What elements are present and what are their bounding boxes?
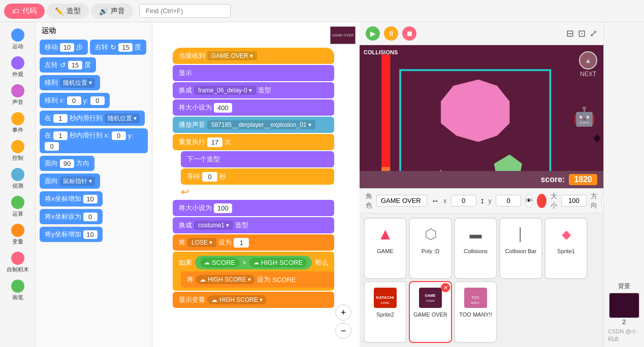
sidebar-item-motion[interactable]: 运动 — [3, 26, 33, 52]
block-set-highscore[interactable]: 将 ☁ HIGH SCORE ▾ 设为 SCORE — [181, 271, 334, 288]
block-goto-y[interactable]: 0 — [90, 96, 105, 105]
block-glide-dropdown[interactable]: 随机位置 ▾ — [105, 114, 140, 123]
sprite-item-sprite1[interactable]: ◆ Sprite1 — [544, 218, 588, 280]
block-move-text: 移动 — [45, 43, 58, 52]
block-add-y-text: 将y坐标增加 — [45, 230, 81, 239]
sprite-name-field[interactable] — [376, 195, 427, 206]
block-glide-y[interactable]: 0 — [45, 142, 59, 151]
sidebar-item-variables[interactable]: 变量 — [3, 222, 33, 248]
sprite-item-gameover[interactable]: ✕ GAME OVER GAME OVER — [409, 281, 452, 343]
sidebar-item-events[interactable]: 事件 — [3, 110, 33, 136]
block-left-val[interactable]: 15 — [68, 61, 82, 70]
sprite-info-bar: 角色 ↔ x ↕ y 👁 🚫 大小 方向 — [360, 188, 603, 214]
sprite-item-sprite2[interactable]: KATACHI GAME Sprite2 — [364, 281, 407, 343]
block-move[interactable]: 移动 10 步 — [40, 40, 88, 55]
block-goto-x[interactable]: 0 — [67, 96, 81, 105]
stage-layout-btn2[interactable]: ⊡ — [578, 28, 586, 39]
set-size-100-val[interactable]: 100 — [214, 203, 232, 213]
block-wait[interactable]: 等待 0 秒 — [181, 168, 334, 185]
sprite-item-collision-bar[interactable]: │ Collision Bar — [499, 218, 542, 280]
when-receive-val[interactable]: GAME OVER ▾ — [207, 51, 257, 60]
hs-var-dropdown[interactable]: ☁ HIGH SCORE ▾ — [196, 275, 255, 284]
robot-sprite: 🤖 — [573, 106, 596, 127]
set-lose-val[interactable]: 1 — [234, 238, 249, 248]
sidebar-label-sound: 声音 — [12, 98, 23, 106]
green-flag-button[interactable]: ▶ — [366, 26, 380, 41]
hide-sprite-btn[interactable]: 🚫 — [537, 194, 546, 208]
block-left-turn[interactable]: 左转 ↺ 15 度 — [40, 57, 96, 73]
block-glide-val[interactable]: 1 — [53, 114, 68, 123]
sidebar-item-control[interactable]: 控制 — [3, 138, 33, 164]
block-repeat[interactable]: 重复执行 17 次 — [173, 134, 334, 150]
set-lose-var[interactable]: LOSE ▾ — [187, 238, 216, 247]
block-goto-dropdown[interactable]: 随机位置 ▾ — [60, 78, 95, 88]
wait-val[interactable]: 0 — [202, 172, 217, 182]
tab-code[interactable]: 🏷 代码 — [4, 4, 45, 19]
block-add-x[interactable]: 将x坐标增加 10 — [40, 191, 103, 206]
tab-shape[interactable]: ✏️ 造型 — [47, 4, 89, 19]
block-if-score[interactable]: 如果 ☁ SCORE > ☁ HIGH SCORE 那么 — [173, 252, 334, 291]
sprite-size-field[interactable] — [561, 195, 587, 206]
block-goto-xy[interactable]: 移到 x: 0 y: 0 — [40, 93, 110, 108]
block-when-receive[interactable]: 当接收到 GAME OVER ▾ — [173, 48, 334, 64]
block-face-val[interactable]: 90 — [60, 159, 74, 168]
switch-costume-val[interactable]: frame_06_delay-0 ▾ — [194, 86, 256, 95]
sidebar-item-sound[interactable]: 声音 — [3, 82, 33, 108]
zoom-in-button[interactable]: + — [335, 304, 351, 321]
backdrop-thumb[interactable] — [609, 293, 639, 318]
block-show-var[interactable]: 显示变量 ☁ HIGH SCORE ▾ — [173, 292, 334, 308]
stop-button[interactable]: ⏹ — [402, 26, 416, 41]
block-next-costume[interactable]: 下一个造型 — [181, 151, 334, 167]
block-play-sound[interactable]: 播放声音 587185__derplayer__explosion_01 ▾ — [173, 117, 334, 133]
block-add-y-val[interactable]: 10 — [83, 230, 98, 239]
sprite-item-collisions[interactable]: ▬ Collisions — [454, 218, 497, 280]
block-switch-costume1[interactable]: 换成 costume1 ▾ 造型 — [173, 217, 334, 233]
tab-sound[interactable]: 🔊 声音 — [91, 4, 133, 19]
block-add-x-val[interactable]: 10 — [83, 195, 98, 203]
block-switch-costume[interactable]: 换成 frame_06_delay-0 ▾ 造型 — [173, 82, 334, 98]
sprite-delete-button[interactable]: ✕ — [441, 283, 450, 292]
play-sound-val[interactable]: 587185__derplayer__explosion_01 ▾ — [207, 120, 315, 129]
sprite-y-field[interactable] — [496, 195, 521, 206]
show-var-dropdown[interactable]: ☁ HIGH SCORE ▾ — [207, 295, 267, 304]
block-glide-xy-val[interactable]: 1 — [53, 131, 68, 140]
zoom-out-button[interactable]: − — [335, 323, 351, 339]
block-add-x-text: 将x坐标增加 — [45, 194, 81, 203]
block-right-val[interactable]: 15 — [118, 43, 133, 52]
pause-button[interactable]: ⏸ — [384, 26, 398, 41]
sprite-item-game[interactable]: ▲ GAME — [364, 218, 407, 280]
block-set-lose[interactable]: 将 LOSE ▾ 设为 1 — [173, 234, 334, 251]
search-input[interactable] — [139, 4, 231, 18]
block-glide-xy[interactable]: 在 1 秒内滑行到 x: 0 y: 0 — [40, 128, 148, 153]
sidebar-item-sensing[interactable]: 侦测 — [3, 166, 33, 192]
block-glide-x[interactable]: 0 — [112, 131, 126, 140]
repeat-val[interactable]: 17 — [207, 137, 222, 147]
switch-costume1-val[interactable]: costume1 ▾ — [194, 221, 233, 230]
sprite-item-poly[interactable]: ⬡ Poly :D — [409, 218, 452, 280]
show-sprite-btn[interactable]: 👁 — [525, 194, 533, 208]
block-set-size-400[interactable]: 将大小设为 400 — [173, 99, 334, 116]
stage-layout-btn1[interactable]: ⊟ — [566, 28, 574, 39]
block-face-mouse[interactable]: 面向 鼠标指针 ▾ — [40, 174, 100, 189]
block-glide-random[interactable]: 在 1 秒内滑行到 随机位置 ▾ — [40, 111, 145, 126]
sidebar-item-operators[interactable]: 运算 — [3, 194, 33, 220]
sprite-item-toomany[interactable]: TOO MANY TOO MANY!! — [454, 281, 497, 343]
block-set-x-val[interactable]: 0 — [83, 213, 98, 221]
block-set-size-100[interactable]: 将大小设为 100 — [173, 200, 334, 216]
block-goto-random[interactable]: 移到 随机位置 ▾ — [40, 75, 100, 90]
block-face-mouse-dropdown[interactable]: 鼠标指针 ▾ — [60, 177, 95, 186]
show-var-text: 显示变量 — [179, 295, 205, 304]
block-right-turn[interactable]: 右转 ↻ 15 度 — [90, 40, 146, 55]
block-set-x[interactable]: 将x坐标设为 0 — [40, 209, 103, 224]
sidebar-item-looks[interactable]: 外观 — [3, 54, 33, 80]
sprite-x-field[interactable] — [451, 195, 476, 206]
block-face-dir[interactable]: 面向 90 方向 — [40, 156, 94, 171]
events-dot — [11, 112, 24, 125]
block-move-val[interactable]: 10 — [60, 43, 74, 52]
stage-fullscreen-btn[interactable]: ⤢ — [590, 28, 597, 39]
block-show[interactable]: 显示 — [173, 65, 334, 81]
block-add-y[interactable]: 将y坐标增加 10 — [40, 227, 103, 242]
sidebar-item-pen[interactable]: 画笔 — [3, 277, 33, 303]
set-size-400-val[interactable]: 400 — [214, 103, 232, 113]
sidebar-item-myblocks[interactable]: 自制积木 — [3, 250, 33, 275]
